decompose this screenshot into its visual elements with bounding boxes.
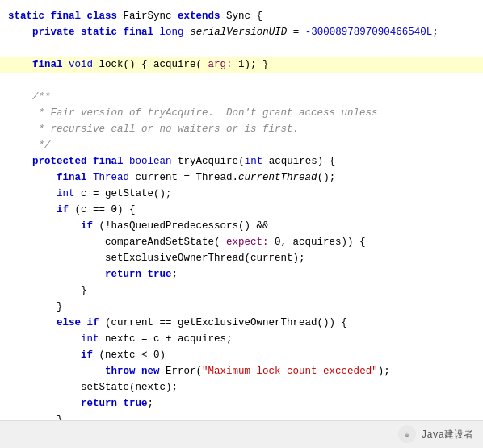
code-line-21: int nextc = c + acquires; <box>0 331 483 347</box>
code-line-7: * Fair version of tryAcquire. Don't gran… <box>0 105 483 121</box>
code-line-14: if (!hasQueuedPredecessors() && <box>0 218 483 234</box>
logo-text: Java建设者 <box>421 428 473 442</box>
code-line-17: return true; <box>0 266 483 283</box>
code-line-15: compareAndSetState( expect: 0, acquires)… <box>0 234 483 250</box>
code-line-11: final Thread current = Thread.currentThr… <box>0 170 483 186</box>
code-line-26: } <box>0 412 483 420</box>
code-line-13: if (c == 0) { <box>0 202 483 218</box>
footer-bar: ☕ Java建设者 <box>0 420 483 448</box>
code-line-4: final void lock() { acquire( arg: 1); } <box>0 57 483 73</box>
code-line-20: else if (current == getExclusiveOwnerThr… <box>0 315 483 331</box>
code-line-9: */ <box>0 137 483 153</box>
code-line-12: int c = getState(); <box>0 186 483 202</box>
code-line-6: /** <box>0 89 483 105</box>
code-line-16: setExclusiveOwnerThread(current); <box>0 250 483 266</box>
code-line-8: * recursive call or no waiters or is fir… <box>0 121 483 137</box>
logo-symbol: ☕ <box>405 429 410 439</box>
logo-icon: ☕ <box>398 425 416 443</box>
code-line-25: return true; <box>0 396 483 412</box>
code-line-18: } <box>0 283 483 299</box>
code-line-23: throw new Error("Maximum lock count exce… <box>0 363 483 379</box>
code-line-3 <box>0 40 483 57</box>
footer-logo: ☕ Java建设者 <box>398 425 473 443</box>
code-container: static final class FairSync extends Sync… <box>0 0 483 420</box>
code-line-10: protected final boolean tryAcquire(int a… <box>0 153 483 170</box>
code-line-1: static final class FairSync extends Sync… <box>0 8 483 24</box>
code-line-5 <box>0 73 483 89</box>
code-line-19: } <box>0 299 483 315</box>
code-line-22: if (nextc < 0) <box>0 347 483 363</box>
code-line-24: setState(nextc); <box>0 379 483 396</box>
code-line-2: private static final long serialVersionU… <box>0 24 483 40</box>
